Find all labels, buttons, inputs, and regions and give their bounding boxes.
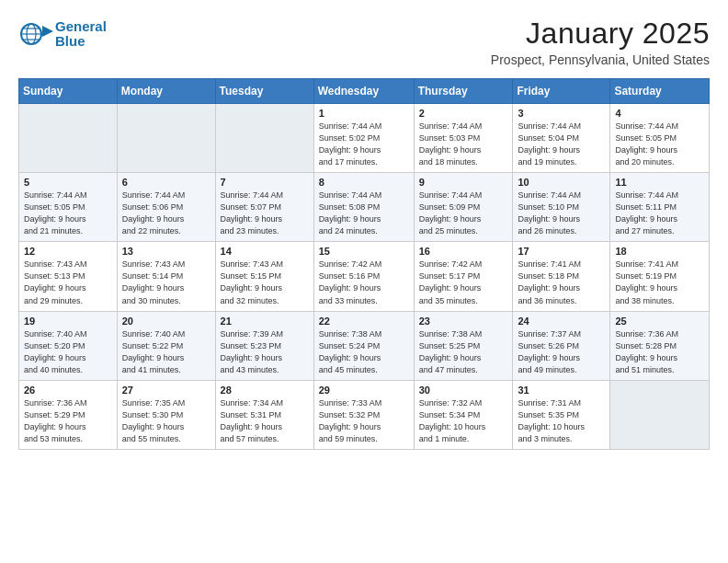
day-info: Sunrise: 7:44 AMSunset: 5:03 PMDaylight:… (419, 121, 508, 168)
calendar-cell-w1-d5: 2Sunrise: 7:44 AMSunset: 5:03 PMDaylight… (414, 104, 513, 173)
calendar-cell-w5-d2: 27Sunrise: 7:35 AMSunset: 5:30 PMDayligh… (117, 380, 215, 449)
calendar-cell-w1-d2 (117, 104, 215, 173)
calendar-week-3: 12Sunrise: 7:43 AMSunset: 5:13 PMDayligh… (19, 242, 710, 311)
month-title: January 2025 (491, 17, 710, 51)
day-info: Sunrise: 7:44 AMSunset: 5:06 PMDaylight:… (122, 190, 210, 237)
calendar-cell-w2-d6: 10Sunrise: 7:44 AMSunset: 5:10 PMDayligh… (513, 173, 610, 242)
day-number: 15 (319, 246, 409, 257)
day-info: Sunrise: 7:42 AMSunset: 5:17 PMDaylight:… (419, 259, 508, 306)
day-number: 22 (319, 316, 409, 327)
day-info: Sunrise: 7:40 AMSunset: 5:20 PMDaylight:… (24, 328, 112, 376)
day-number: 21 (221, 316, 309, 327)
day-info: Sunrise: 7:35 AMSunset: 5:30 PMDaylight:… (122, 397, 210, 445)
calendar-cell-w3-d1: 12Sunrise: 7:43 AMSunset: 5:13 PMDayligh… (19, 242, 118, 311)
logo-line1: General (55, 19, 107, 35)
calendar-cell-w1-d7: 4Sunrise: 7:44 AMSunset: 5:05 PMDaylight… (610, 104, 710, 173)
day-info: Sunrise: 7:41 AMSunset: 5:19 PMDaylight:… (615, 259, 704, 306)
calendar-header-row: Sunday Monday Tuesday Wednesday Thursday… (19, 79, 710, 104)
day-info: Sunrise: 7:44 AMSunset: 5:10 PMDaylight:… (518, 190, 605, 237)
day-info: Sunrise: 7:36 AMSunset: 5:28 PMDaylight:… (615, 328, 704, 376)
day-number: 17 (518, 246, 605, 257)
header-thursday: Thursday (414, 79, 513, 104)
calendar-cell-w5-d3: 28Sunrise: 7:34 AMSunset: 5:31 PMDayligh… (215, 380, 313, 449)
day-info: Sunrise: 7:44 AMSunset: 5:07 PMDaylight:… (221, 190, 309, 237)
calendar-cell-w2-d2: 6Sunrise: 7:44 AMSunset: 5:06 PMDaylight… (117, 173, 215, 242)
calendar-cell-w4-d3: 21Sunrise: 7:39 AMSunset: 5:23 PMDayligh… (215, 311, 313, 380)
calendar-cell-w4-d7: 25Sunrise: 7:36 AMSunset: 5:28 PMDayligh… (610, 311, 710, 380)
logo: General Blue (18, 17, 107, 52)
calendar-cell-w3-d4: 15Sunrise: 7:42 AMSunset: 5:16 PMDayligh… (313, 242, 414, 311)
day-number: 18 (615, 246, 704, 257)
header-tuesday: Tuesday (215, 79, 313, 104)
calendar-cell-w2-d7: 11Sunrise: 7:44 AMSunset: 5:11 PMDayligh… (610, 173, 710, 242)
day-number: 28 (221, 385, 309, 396)
day-number: 3 (518, 108, 605, 119)
calendar-cell-w5-d5: 30Sunrise: 7:32 AMSunset: 5:34 PMDayligh… (414, 380, 513, 449)
day-info: Sunrise: 7:43 AMSunset: 5:15 PMDaylight:… (221, 259, 309, 306)
header-friday: Friday (513, 79, 610, 104)
day-number: 5 (24, 177, 112, 188)
day-number: 25 (615, 316, 704, 327)
calendar-cell-w2-d1: 5Sunrise: 7:44 AMSunset: 5:05 PMDaylight… (19, 173, 118, 242)
header-sunday: Sunday (19, 79, 118, 104)
header-monday: Monday (117, 79, 215, 104)
calendar-week-4: 19Sunrise: 7:40 AMSunset: 5:20 PMDayligh… (19, 311, 710, 380)
day-number: 16 (419, 246, 508, 257)
day-number: 10 (518, 177, 605, 188)
calendar-cell-w4-d2: 20Sunrise: 7:40 AMSunset: 5:22 PMDayligh… (117, 311, 215, 380)
day-info: Sunrise: 7:40 AMSunset: 5:22 PMDaylight:… (122, 328, 210, 376)
day-number: 14 (221, 246, 309, 257)
calendar-cell-w5-d7 (610, 380, 710, 449)
day-info: Sunrise: 7:34 AMSunset: 5:31 PMDaylight:… (221, 397, 309, 445)
day-number: 2 (419, 108, 508, 119)
day-info: Sunrise: 7:38 AMSunset: 5:25 PMDaylight:… (419, 328, 508, 376)
day-info: Sunrise: 7:32 AMSunset: 5:34 PMDaylight:… (419, 397, 508, 445)
svg-marker-5 (42, 26, 53, 37)
calendar-cell-w3-d6: 17Sunrise: 7:41 AMSunset: 5:18 PMDayligh… (513, 242, 610, 311)
day-number: 24 (518, 316, 605, 327)
calendar-cell-w5-d1: 26Sunrise: 7:36 AMSunset: 5:29 PMDayligh… (19, 380, 118, 449)
day-info: Sunrise: 7:43 AMSunset: 5:14 PMDaylight:… (122, 259, 210, 306)
calendar-cell-w3-d3: 14Sunrise: 7:43 AMSunset: 5:15 PMDayligh… (215, 242, 313, 311)
title-block: January 2025 Prospect, Pennsylvania, Uni… (491, 17, 710, 67)
day-number: 29 (319, 385, 409, 396)
logo-line2: Blue (55, 34, 107, 50)
day-info: Sunrise: 7:36 AMSunset: 5:29 PMDaylight:… (24, 397, 112, 445)
day-info: Sunrise: 7:41 AMSunset: 5:18 PMDaylight:… (518, 259, 605, 306)
day-info: Sunrise: 7:39 AMSunset: 5:23 PMDaylight:… (221, 328, 309, 376)
calendar-cell-w4-d4: 22Sunrise: 7:38 AMSunset: 5:24 PMDayligh… (313, 311, 414, 380)
day-info: Sunrise: 7:31 AMSunset: 5:35 PMDaylight:… (518, 397, 605, 445)
day-number: 8 (319, 177, 409, 188)
day-number: 20 (122, 316, 210, 327)
calendar-week-1: 1Sunrise: 7:44 AMSunset: 5:02 PMDaylight… (19, 104, 710, 173)
day-number: 31 (518, 385, 605, 396)
header-saturday: Saturday (610, 79, 710, 104)
calendar-table: Sunday Monday Tuesday Wednesday Thursday… (18, 78, 710, 450)
day-info: Sunrise: 7:43 AMSunset: 5:13 PMDaylight:… (24, 259, 112, 306)
day-info: Sunrise: 7:44 AMSunset: 5:05 PMDaylight:… (615, 121, 704, 168)
calendar-cell-w3-d2: 13Sunrise: 7:43 AMSunset: 5:14 PMDayligh… (117, 242, 215, 311)
day-info: Sunrise: 7:44 AMSunset: 5:05 PMDaylight:… (24, 190, 112, 237)
day-number: 11 (615, 177, 704, 188)
day-number: 4 (615, 108, 704, 119)
logo-icon (18, 17, 53, 52)
calendar-cell-w3-d5: 16Sunrise: 7:42 AMSunset: 5:17 PMDayligh… (414, 242, 513, 311)
day-number: 19 (24, 316, 112, 327)
day-info: Sunrise: 7:44 AMSunset: 5:11 PMDaylight:… (615, 190, 704, 237)
day-info: Sunrise: 7:44 AMSunset: 5:02 PMDaylight:… (319, 121, 409, 168)
day-number: 9 (419, 177, 508, 188)
day-info: Sunrise: 7:44 AMSunset: 5:09 PMDaylight:… (419, 190, 508, 237)
location: Prospect, Pennsylvania, United States (491, 52, 710, 67)
day-info: Sunrise: 7:38 AMSunset: 5:24 PMDaylight:… (319, 328, 409, 376)
calendar-cell-w5-d4: 29Sunrise: 7:33 AMSunset: 5:32 PMDayligh… (313, 380, 414, 449)
page: General Blue January 2025 Prospect, Penn… (0, 0, 728, 563)
day-info: Sunrise: 7:37 AMSunset: 5:26 PMDaylight:… (518, 328, 605, 376)
logo-text-block: General Blue (55, 19, 107, 50)
day-info: Sunrise: 7:44 AMSunset: 5:04 PMDaylight:… (518, 121, 605, 168)
day-number: 26 (24, 385, 112, 396)
calendar-cell-w4-d5: 23Sunrise: 7:38 AMSunset: 5:25 PMDayligh… (414, 311, 513, 380)
day-info: Sunrise: 7:42 AMSunset: 5:16 PMDaylight:… (319, 259, 409, 306)
calendar-cell-w5-d6: 31Sunrise: 7:31 AMSunset: 5:35 PMDayligh… (513, 380, 610, 449)
day-number: 12 (24, 246, 112, 257)
calendar-cell-w1-d3 (215, 104, 313, 173)
